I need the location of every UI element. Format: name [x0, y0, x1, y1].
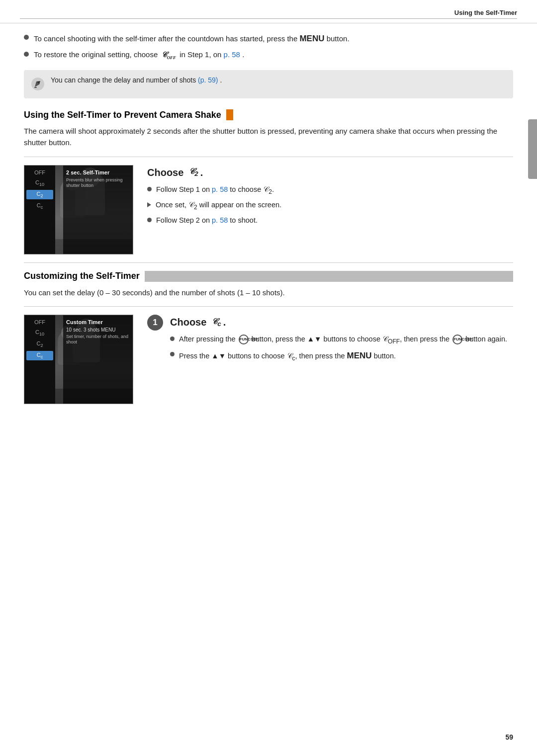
section2-bullet-2: Press the ▲▼ buttons to choose 𝒞c, then …: [170, 349, 513, 363]
section1-bullet-1: Follow Step 1 on p. 58 to choose 𝒞2.: [147, 184, 513, 196]
s1-b3-link[interactable]: p. 58: [212, 216, 228, 224]
cam-info-panel-2: Custom Timer 10 sec. 3 shots MENU Set ti…: [63, 315, 133, 404]
cam-info-title-1: 2 sec. Self-Timer: [66, 169, 130, 175]
cam-menu2-cc: Cc: [26, 351, 53, 360]
section1-heading: Using the Self-Timer to Prevent Camera S…: [24, 109, 513, 120]
section1-bullet-3: Follow Step 2 on p. 58 to shoot.: [147, 215, 513, 226]
section2-step-row: OFF C10 C2 Cc Custom Timer 10 sec. 3 sho…: [24, 315, 513, 404]
bullet-text-1: To cancel shooting with the self-timer a…: [34, 32, 350, 45]
cam-info-desc-1: Prevents blur when pressing shutter butt…: [66, 177, 130, 189]
section1-bullets: Follow Step 1 on p. 58 to choose 𝒞2. Onc…: [147, 184, 513, 226]
bullet-dot-2: [24, 52, 29, 57]
page-number: 59: [505, 733, 513, 741]
func-set-icon-2: FUNCSET: [452, 335, 462, 344]
bullet-dot-1: [24, 35, 29, 40]
section2-bullet-1: After pressing the FUNCSET button, press…: [170, 334, 513, 346]
step-number-1: 1: [147, 315, 163, 331]
cam-menu-overlay-1: OFF C10 C2 Cc: [24, 166, 55, 254]
cam-menu2-c2: C2: [26, 339, 53, 349]
cam-info-subtitle-2: 10 sec. 3 shots MENU: [66, 327, 130, 333]
section2-cc-icon: 𝒞c: [211, 317, 221, 328]
cam-menu-c10: C10: [26, 178, 53, 188]
section1-step-text: Choose 𝒞2. Follow Step 1 on p. 58 to cho…: [147, 165, 513, 230]
cam-menu-off: OFF: [26, 168, 53, 176]
section2-heading: Customizing the Self-Timer: [24, 271, 513, 282]
note-pencil-icon: [31, 77, 45, 92]
section1-description: The camera will shoot approximately 2 se…: [24, 125, 513, 149]
cam-menu-overlay-2: OFF C10 C2 Cc: [24, 315, 55, 404]
cam-info-desc-2: Set timer, number of shots, and shoot: [66, 334, 130, 345]
note-link[interactable]: (p. 59): [198, 76, 218, 84]
main-content: To cancel shooting with the self-timer a…: [0, 32, 537, 429]
cam-menu-c2: C2: [26, 190, 53, 199]
section2-description: You can set the delay (0 – 30 seconds) a…: [24, 287, 513, 298]
cam-menu2-c10: C10: [26, 328, 53, 337]
bullet-item-2: To restore the original setting, choose …: [24, 49, 513, 62]
bullet-item-1: To cancel shooting with the self-timer a…: [24, 32, 513, 45]
note-text: You can change the delay and number of s…: [51, 76, 222, 84]
top-bullet-section: To cancel shooting with the self-timer a…: [24, 32, 513, 61]
heading-bar-gray: [145, 271, 513, 282]
side-tab: [528, 119, 537, 179]
section1-c2-icon: 𝒞2: [188, 167, 198, 177]
bullet-text-2: To restore the original setting, choose …: [34, 49, 244, 62]
cam-info-panel-1: 2 sec. Self-Timer Prevents blur when pre…: [63, 166, 133, 254]
divider-2: [24, 262, 513, 263]
section2-step-text: Choose 𝒞c. After pressing the FUNCSET bu…: [170, 315, 513, 366]
section1-step-row: OFF C10 C2 Cc 2 sec. Self-Timer Prevents…: [24, 165, 513, 254]
svg-rect-1: [34, 87, 37, 88]
s1-b1-link[interactable]: p. 58: [212, 185, 228, 193]
heading-bar-orange: [226, 109, 233, 120]
section1-choose-title: Choose 𝒞2.: [147, 167, 513, 178]
cam-menu-cc: Cc: [26, 201, 53, 211]
cam-info-title-2: Custom Timer: [66, 319, 130, 325]
page-header: Using the Self-Timer: [0, 0, 537, 23]
divider-1: [24, 157, 513, 157]
header-title: Using the Self-Timer: [454, 9, 517, 16]
func-set-icon-1: FUNCSET: [239, 335, 249, 344]
section2-bullets: After pressing the FUNCSET button, press…: [170, 334, 513, 363]
note-box: You can change the delay and number of s…: [24, 70, 513, 98]
section1-camera-image: OFF C10 C2 Cc 2 sec. Self-Timer Prevents…: [24, 165, 133, 254]
bullet2-link[interactable]: p. 58: [224, 50, 240, 59]
cam-menu2-off: OFF: [26, 318, 53, 326]
section1-bullet-2: Once set, 𝒞2 will appear on the screen.: [147, 200, 513, 212]
section2-camera-image: OFF C10 C2 Cc Custom Timer 10 sec. 3 sho…: [24, 315, 133, 404]
divider-3: [24, 306, 513, 307]
section2-step-content: 1 Choose 𝒞c. After pressing the FUNCSET …: [147, 315, 513, 366]
coff-icon: 𝒞OFF: [161, 51, 176, 59]
section2-choose-title: Choose 𝒞c.: [170, 317, 513, 328]
